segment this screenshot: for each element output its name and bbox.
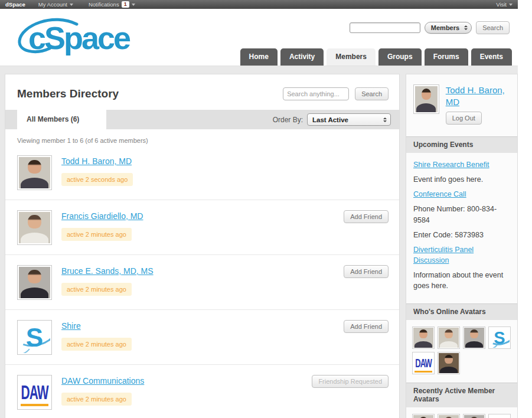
member-avatar[interactable]: DAW <box>17 375 52 410</box>
admin-my-account-menu[interactable]: My Account <box>38 1 73 8</box>
members-directory-panel: Members Directory Search All Members (6)… <box>5 74 400 418</box>
event-info: Information about the event goes here. <box>413 270 510 291</box>
admin-visit-menu[interactable]: Visit <box>496 1 513 8</box>
site-logo[interactable]: cSpace <box>20 18 179 60</box>
order-by-label: Order By: <box>273 116 303 124</box>
header-search-form: Members Search <box>350 21 510 34</box>
site-header: cSpace Members Search Home Activity Memb… <box>0 9 518 66</box>
nav-tab-groups[interactable]: Groups <box>378 48 422 66</box>
member-name-link[interactable]: Bruce E. Sands, MD, MS <box>61 266 154 276</box>
member-row: DAW DAW Communications active 2 minutes … <box>5 365 399 418</box>
page: dSpace My Account Notifications 1 Visit <box>0 0 532 418</box>
notification-count-badge: 1 <box>122 1 129 8</box>
member-name-link[interactable]: Todd H. Baron, MD <box>61 156 132 166</box>
nav-tab-activity[interactable]: Activity <box>280 48 324 66</box>
last-active-badge: active 2 minutes ago <box>61 393 132 406</box>
logo-text: cSpace <box>20 18 179 57</box>
nav-tab-members[interactable]: Members <box>327 48 376 66</box>
member-photo <box>19 157 50 188</box>
event-link[interactable]: Shire Research Benefit <box>413 161 489 169</box>
member-photo <box>413 328 433 348</box>
directory-search-form: Search <box>283 87 389 100</box>
member-row: Todd H. Baron, MD active 2 seconds ago <box>5 145 399 200</box>
online-avatar[interactable] <box>438 326 460 349</box>
member-photo <box>439 328 459 348</box>
member-name-link[interactable]: Shire <box>61 321 81 331</box>
recent-avatar[interactable]: S <box>488 414 511 418</box>
add-friend-button[interactable]: Add Friend <box>344 320 389 333</box>
upcoming-events-title: Upcoming Events <box>406 136 517 153</box>
daw-logo-icon: DAW <box>413 353 433 373</box>
recently-active-avatar-grid: S DAW <box>406 407 517 418</box>
event-link[interactable]: Conference Call <box>413 190 466 198</box>
tab-all-members[interactable]: All Members (6) <box>17 110 106 129</box>
member-avatar[interactable] <box>17 265 52 300</box>
online-avatar[interactable]: S <box>488 326 511 349</box>
member-photo <box>413 415 433 418</box>
recent-avatar[interactable] <box>463 414 485 418</box>
add-friend-button[interactable]: Add Friend <box>344 265 389 278</box>
chevron-down-icon <box>132 4 135 6</box>
directory-search-button[interactable]: Search <box>355 87 389 100</box>
admin-site-name[interactable]: dSpace <box>5 1 25 8</box>
add-friend-button[interactable]: Add Friend <box>344 210 389 223</box>
main-navigation: Home Activity Members Groups Forums Even… <box>240 48 512 66</box>
shire-logo-icon: S <box>489 328 510 348</box>
event-link[interactable]: Diverticulitis Panel Discussion <box>413 246 474 264</box>
last-active-badge: active 2 minutes ago <box>61 228 132 241</box>
member-photo <box>439 415 459 418</box>
order-by-value: Last Active <box>312 116 348 123</box>
admin-bar: dSpace My Account Notifications 1 Visit <box>0 0 518 9</box>
member-row: Francis Giardiello, MD active 2 minutes … <box>5 200 399 255</box>
member-photo <box>19 212 50 243</box>
member-name-link[interactable]: DAW Communications <box>61 376 144 386</box>
whos-online-title: Who's Online Avatars <box>406 303 517 320</box>
event-info: Event info goes here. <box>413 174 510 185</box>
content-area: Members Directory Search All Members (6)… <box>0 66 518 418</box>
log-out-button[interactable]: Log Out <box>446 112 482 125</box>
recent-avatar[interactable] <box>412 414 435 418</box>
nav-tab-events[interactable]: Events <box>471 48 512 66</box>
member-row: Bruce E. Sands, MD, MS active 2 minutes … <box>5 255 399 310</box>
my-account-label: My Account <box>38 1 67 8</box>
recent-avatar[interactable] <box>438 414 460 418</box>
directory-search-input[interactable] <box>283 87 349 100</box>
member-name-link[interactable]: Francis Giardiello, MD <box>61 211 143 221</box>
member-avatar[interactable]: S <box>17 320 52 355</box>
member-avatar[interactable] <box>17 155 52 190</box>
order-by-select[interactable]: Last Active <box>307 113 391 126</box>
header-search-input[interactable] <box>350 22 420 33</box>
nav-tab-forums[interactable]: Forums <box>425 48 468 66</box>
page-title: Members Directory <box>17 87 119 100</box>
admin-notifications-menu[interactable]: Notifications 1 <box>89 1 135 8</box>
shire-logo-icon: S <box>19 322 50 353</box>
nav-tab-home[interactable]: Home <box>240 48 278 66</box>
last-active-badge: active 2 minutes ago <box>61 338 132 351</box>
select-stepper-icon <box>383 117 387 122</box>
recently-active-title: Recently Active Member Avatars <box>406 383 517 407</box>
member-avatar[interactable] <box>17 210 52 245</box>
search-scope-value: Members <box>431 24 459 31</box>
online-avatar[interactable] <box>412 326 435 349</box>
online-avatar[interactable]: DAW <box>412 352 435 374</box>
shire-logo-icon: S <box>489 415 510 418</box>
daw-letters: DAW <box>415 357 431 369</box>
shire-letter: S <box>494 329 505 347</box>
member-photo <box>19 267 50 298</box>
chevron-down-icon <box>70 4 73 6</box>
logged-in-avatar[interactable] <box>413 84 439 114</box>
header-search-button[interactable]: Search <box>476 21 510 34</box>
member-photo <box>439 353 459 373</box>
search-scope-select[interactable]: Members <box>425 22 472 34</box>
friendship-requested-button[interactable]: Friendship Requested <box>312 375 389 388</box>
daw-letters: DAW <box>21 383 48 402</box>
pagination-status: Viewing member 1 to 6 (of 6 active membe… <box>5 129 399 145</box>
online-avatar[interactable] <box>438 352 460 374</box>
shire-letter: S <box>26 325 43 351</box>
logged-in-user-link[interactable]: Todd H. Baron, MD <box>446 84 510 107</box>
member-photo <box>464 415 484 418</box>
select-stepper-icon <box>464 25 468 30</box>
event-info: Enter Code: 5873983 <box>413 230 510 240</box>
online-avatar[interactable] <box>463 326 485 349</box>
member-photo <box>415 86 438 112</box>
